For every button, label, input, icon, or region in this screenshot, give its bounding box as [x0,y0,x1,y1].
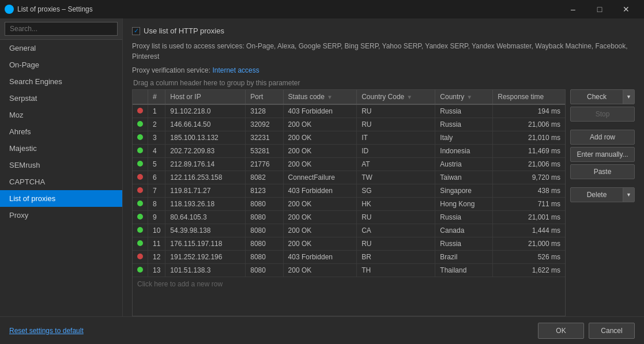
filter-icon-status[interactable]: ▼ [327,94,333,100]
table-row[interactable]: 7119.81.71.278123403 ForbiddenSGSingapor… [133,184,565,198]
table-row[interactable]: 980.64.105.38080200 OKRURussia21,001 ms [133,211,565,224]
filter-icon-country[interactable]: ▼ [466,94,472,100]
sidebar-search[interactable] [0,18,122,40]
table-row[interactable]: 5212.89.176.1421776200 OKATAustria21,006… [133,158,565,171]
delete-dropdown-button[interactable]: ▼ [623,188,634,202]
table-scroll[interactable]: #Host or IPPortStatus code▼Country Code▼… [133,90,565,316]
verification-label: Proxy verification service: [132,66,210,74]
delete-button[interactable]: Delete [571,188,623,202]
table-row[interactable]: 191.102.218.03128403 ForbiddenRURussia19… [133,104,565,118]
use-proxies-checkbox-wrapper[interactable]: Use list of HTTP proxies [132,27,224,35]
row-num: 2 [148,118,165,131]
cancel-button[interactable]: Cancel [589,323,635,339]
filter-icon-country-code[interactable]: ▼ [406,94,412,100]
row-port: 8080 [246,224,283,237]
status-dot [137,108,143,114]
sidebar-item-proxy[interactable]: Proxy [0,207,122,224]
sidebar-item-captcha[interactable]: CAPTCHA [0,173,122,190]
col-header-host[interactable]: Host or IP [165,90,246,104]
col-header-country[interactable]: Country▼ [435,90,493,104]
col-header-dot[interactable] [133,90,148,104]
col-header-response[interactable]: Response time [493,90,565,104]
row-country-code: AT [357,158,435,171]
row-response: 438 ms [493,184,565,198]
sidebar-item-general[interactable]: General [0,40,122,56]
row-response: 1,444 ms [493,224,565,237]
drag-hint: Drag a column header here to group by th… [132,79,635,87]
sidebar-item-ahrefs[interactable]: Ahrefs [0,123,122,140]
table-row[interactable]: 11176.115.197.1188080200 OKRURussia21,00… [133,237,565,251]
check-dropdown-button[interactable]: ▼ [623,90,634,104]
sidebar-item-semrush[interactable]: SEMrush [0,157,122,173]
table-right-row: #Host or IPPortStatus code▼Country Code▼… [132,89,635,316]
row-status-code: 403 Forbidden [283,104,357,118]
reset-link[interactable]: Reset settings to default [9,327,84,335]
col-header-port[interactable]: Port [246,90,283,104]
row-response: 21,000 ms [493,237,565,251]
row-response: 711 ms [493,198,565,211]
table-row[interactable]: 13101.51.138.38080200 OKTHThailand1,622 … [133,264,565,277]
search-input[interactable] [5,22,118,36]
sidebar-item-majestic[interactable]: Majestic [0,140,122,157]
row-response: 21,010 ms [493,131,565,145]
col-header-num[interactable]: # [148,90,165,104]
status-dot [137,227,143,233]
row-country: Russia [435,237,493,251]
table-row[interactable]: 2146.66.14.5032092200 OKRURussia21,006 m… [133,118,565,131]
add-row-button[interactable]: Add row [570,130,635,145]
table-row[interactable]: 3185.100.13.13232231200 OKITItaly21,010 … [133,131,565,145]
col-header-status[interactable]: Status code▼ [283,90,357,104]
maximize-button[interactable]: □ [586,0,613,18]
stop-button[interactable]: Stop [570,107,635,122]
row-country-code: IT [357,131,435,145]
ok-button[interactable]: OK [538,323,584,339]
row-host: 91.102.218.0 [165,104,246,118]
row-num: 5 [148,158,165,171]
row-country: Singapore [435,184,493,198]
title-bar-controls: – □ ✕ [560,0,639,18]
col-header-country-code[interactable]: Country Code▼ [357,90,435,104]
row-response: 194 ms [493,104,565,118]
row-port: 8080 [246,264,283,277]
row-country: Hong Kong [435,198,493,211]
sidebar-item-list-of-proxies[interactable]: List of proxies [0,190,122,207]
table-row[interactable]: 12191.252.192.1968080403 ForbiddenBRBraz… [133,251,565,264]
check-button[interactable]: Check [571,90,623,104]
paste-button[interactable]: Paste [570,164,635,179]
row-num: 10 [148,224,165,237]
table-row[interactable]: 1054.39.98.1388080200 OKCACanada1,444 ms [133,224,565,237]
row-response: 21,001 ms [493,211,565,224]
add-row-hint-row[interactable]: Click here to add a new row [133,277,565,292]
row-status-code: 200 OK [283,145,357,158]
row-status-code: 200 OK [283,264,357,277]
row-response: 526 ms [493,251,565,264]
row-host: 176.115.197.118 [165,237,246,251]
status-dot [137,254,143,259]
sidebar-item-on-page[interactable]: On-Page [0,56,122,73]
row-country: Brazil [435,251,493,264]
table-row[interactable]: 8118.193.26.188080200 OKHKHong Kong711 m… [133,198,565,211]
table-row[interactable]: 6122.116.253.1588082ConnectFailureTWTaiw… [133,171,565,184]
delete-split-button[interactable]: Delete ▼ [570,187,635,202]
add-row-hint-cell[interactable]: Click here to add a new row [133,277,565,292]
minimize-button[interactable]: – [560,0,586,18]
row-port: 8080 [246,198,283,211]
row-num: 11 [148,237,165,251]
row-status-code: 200 OK [283,158,357,171]
sidebar-item-serpstat[interactable]: Serpstat [0,90,122,107]
enter-manually-button[interactable]: Enter manually... [570,147,635,162]
sidebar-item-search-engines[interactable]: Search Engines [0,73,122,90]
row-host: 212.89.176.14 [165,158,246,171]
row-country: Austria [435,158,493,171]
row-num: 8 [148,198,165,211]
row-host: 122.116.253.158 [165,171,246,184]
row-country-code: ID [357,145,435,158]
status-dot [137,174,143,180]
verification-link[interactable]: Internet access [212,66,259,74]
sidebar-item-moz[interactable]: Moz [0,107,122,123]
use-proxies-checkbox[interactable] [132,27,140,35]
close-button[interactable]: ✕ [613,0,639,18]
check-split-button[interactable]: Check ▼ [570,89,635,104]
row-country-code: TW [357,171,435,184]
table-row[interactable]: 4202.72.209.8353281200 OKIDIndonesia11,4… [133,145,565,158]
